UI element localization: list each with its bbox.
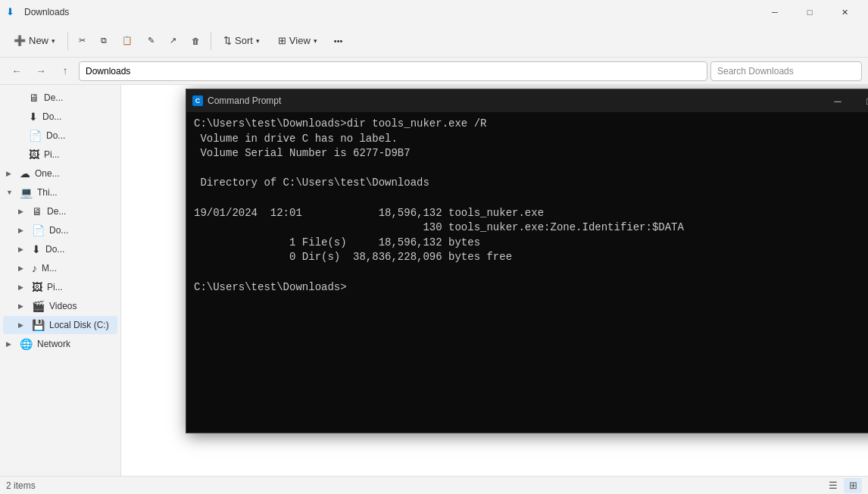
chevron-right-icon: ▶ bbox=[18, 227, 27, 234]
new-chevron-icon: ▾ bbox=[52, 37, 55, 45]
toolbar-divider-2 bbox=[211, 32, 211, 50]
cmd-maximize-button[interactable]: □ bbox=[854, 89, 868, 112]
sidebar-label-network: Network bbox=[37, 339, 70, 349]
up-button[interactable]: ↑ bbox=[55, 61, 76, 82]
sidebar-item-onedrive[interactable]: ▶ ☁ One... bbox=[3, 164, 117, 183]
sidebar-item-downloads2[interactable]: ▶ ⬇ Do... bbox=[3, 240, 117, 258]
list-view-button[interactable]: ☰ bbox=[824, 478, 842, 493]
sort-label: Sort bbox=[235, 35, 253, 46]
cmd-icon-text: C bbox=[195, 97, 201, 105]
search-box[interactable]: Search Downloads bbox=[710, 61, 862, 81]
status-bar: 2 items ☰ ⊞ bbox=[0, 476, 868, 494]
network-icon: 🌐 bbox=[20, 338, 33, 350]
music-icon: ♪ bbox=[32, 262, 37, 274]
sidebar-item-documents[interactable]: 📄 Do... bbox=[3, 127, 117, 145]
thispc-icon: 💻 bbox=[20, 186, 33, 199]
forward-icon: → bbox=[36, 65, 45, 77]
title-bar-controls: ─ □ ✕ bbox=[757, 0, 862, 24]
sidebar-label-documents: Do... bbox=[46, 130, 65, 141]
chevron-right-icon: ▶ bbox=[6, 170, 15, 177]
more-icon: ••• bbox=[334, 36, 343, 45]
sidebar-item-network[interactable]: ▶ 🌐 Network bbox=[3, 335, 117, 353]
grid-view-button[interactable]: ⊞ bbox=[844, 478, 862, 493]
sort-icon: ⇅ bbox=[223, 35, 232, 46]
more-button[interactable]: ••• bbox=[328, 27, 349, 55]
cmd-title-bar: C Command Prompt ─ □ ✕ bbox=[186, 89, 868, 112]
sidebar-label-thispc: Thi... bbox=[37, 187, 58, 198]
downloads2-icon: ⬇ bbox=[32, 243, 41, 255]
chevron-right-icon: ▶ bbox=[18, 302, 27, 310]
sidebar-item-music[interactable]: ▶ ♪ M... bbox=[3, 259, 117, 277]
chevron-right-icon: ▶ bbox=[18, 208, 27, 215]
sidebar-label-downloads2: Do... bbox=[45, 244, 64, 255]
paste-button[interactable]: 📋 bbox=[116, 27, 139, 55]
title-bar: ⬇ Downloads ─ □ ✕ bbox=[0, 0, 868, 24]
cmd-minimize-button[interactable]: ─ bbox=[822, 89, 854, 112]
chevron-down-icon: ▼ bbox=[6, 189, 15, 196]
localdisk-icon: 💾 bbox=[32, 319, 45, 331]
sidebar-item-localdisk[interactable]: ▶ 💾 Local Disk (C:) bbox=[3, 316, 117, 334]
close-button[interactable]: ✕ bbox=[827, 0, 862, 24]
copy-icon: ⧉ bbox=[101, 36, 107, 45]
sidebar-label-pictures: Pi... bbox=[44, 149, 60, 160]
share-button[interactable]: ↗ bbox=[164, 27, 183, 55]
share-icon: ↗ bbox=[170, 36, 176, 45]
documents-icon: 📄 bbox=[29, 130, 42, 142]
maximize-button[interactable]: □ bbox=[792, 0, 827, 24]
new-button[interactable]: ➕ New ▾ bbox=[6, 27, 63, 55]
forward-button[interactable]: → bbox=[30, 61, 52, 82]
sidebar-item-thispc[interactable]: ▼ 💻 Thi... bbox=[3, 183, 117, 202]
sidebar: 🖥 De... ⬇ Do... 📄 Do... 🖼 Pi... ▶ ☁ bbox=[0, 85, 121, 476]
new-icon: ➕ bbox=[14, 35, 26, 46]
status-view-buttons: ☰ ⊞ bbox=[824, 478, 862, 493]
address-bar: ← → ↑ Downloads Search Downloads bbox=[0, 58, 868, 85]
delete-button[interactable]: 🗑 bbox=[186, 27, 206, 55]
chevron-right-icon: ▶ bbox=[18, 245, 27, 253]
sidebar-item-downloads-link[interactable]: ⬇ Do... bbox=[3, 108, 117, 126]
cut-button[interactable]: ✂ bbox=[73, 27, 92, 55]
new-label: New bbox=[29, 35, 48, 46]
downloads-link-icon: ⬇ bbox=[29, 111, 38, 123]
sidebar-item-desktop[interactable]: 🖥 De... bbox=[3, 89, 117, 107]
window-title: Downloads bbox=[24, 7, 69, 17]
sidebar-label-downloads: Do... bbox=[42, 111, 61, 122]
sidebar-item-documents2[interactable]: ▶ 📄 Do... bbox=[3, 221, 117, 239]
onedrive-icon: ☁ bbox=[20, 167, 30, 180]
cmd-title-left: C Command Prompt bbox=[192, 95, 281, 106]
sidebar-item-desktop2[interactable]: ▶ 🖥 De... bbox=[3, 202, 117, 220]
sidebar-item-videos[interactable]: ▶ 🎬 Videos bbox=[3, 297, 117, 315]
cmd-app-icon: C bbox=[192, 95, 203, 106]
search-placeholder: Search Downloads bbox=[717, 66, 794, 77]
cmd-content[interactable]: C:\Users\test\Downloads>dir tools_nuker.… bbox=[186, 112, 868, 433]
sidebar-label-desktop2: De... bbox=[47, 206, 66, 217]
cmd-window: C Command Prompt ─ □ ✕ C:\Users\test\Dow… bbox=[186, 89, 868, 433]
chevron-right-icon: ▶ bbox=[18, 264, 27, 272]
pictures2-icon: 🖼 bbox=[32, 281, 42, 293]
back-icon: ← bbox=[11, 65, 21, 77]
content-area: C Command Prompt ─ □ ✕ C:\Users\test\Dow… bbox=[121, 85, 868, 476]
pictures-icon: 🖼 bbox=[29, 149, 39, 161]
sidebar-label-localdisk: Local Disk (C:) bbox=[49, 320, 109, 330]
sidebar-label-documents2: Do... bbox=[49, 225, 68, 236]
sort-chevron-icon: ▾ bbox=[256, 37, 260, 45]
copy-button[interactable]: ⧉ bbox=[95, 27, 113, 55]
sidebar-item-pictures2[interactable]: ▶ 🖼 Pi... bbox=[3, 278, 117, 296]
cmd-title-text: Command Prompt bbox=[208, 95, 281, 106]
videos-icon: 🎬 bbox=[32, 300, 45, 312]
up-icon: ↑ bbox=[63, 65, 68, 77]
title-bar-left: ⬇ Downloads bbox=[6, 6, 69, 18]
sort-button[interactable]: ⇅ Sort ▾ bbox=[216, 27, 267, 55]
sidebar-item-pictures[interactable]: 🖼 Pi... bbox=[3, 145, 117, 164]
chevron-right-icon: ▶ bbox=[18, 321, 27, 329]
minimize-button[interactable]: ─ bbox=[757, 0, 792, 24]
back-button[interactable]: ← bbox=[6, 61, 27, 82]
sidebar-label-music: M... bbox=[42, 263, 57, 274]
rename-icon: ✎ bbox=[148, 36, 155, 45]
cmd-controls: ─ □ ✕ bbox=[822, 89, 868, 112]
address-box[interactable]: Downloads bbox=[79, 61, 707, 81]
view-label: View bbox=[289, 35, 311, 46]
rename-button[interactable]: ✎ bbox=[142, 27, 161, 55]
sidebar-label-videos: Videos bbox=[49, 301, 76, 311]
sidebar-label-onedrive: One... bbox=[35, 168, 60, 179]
view-button[interactable]: ⊞ View ▾ bbox=[270, 27, 325, 55]
